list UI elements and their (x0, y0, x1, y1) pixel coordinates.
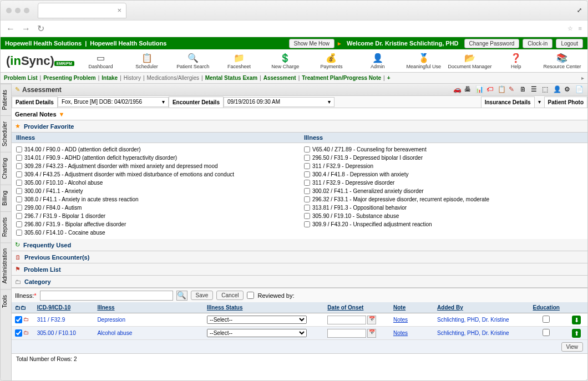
close-icon[interactable]: × (117, 6, 121, 14)
action-icon[interactable]: 📋 (498, 85, 506, 94)
col-note[interactable]: Note (390, 302, 434, 313)
reviewed-by-checkbox[interactable] (247, 292, 254, 299)
action-icon[interactable]: ⚙ (564, 85, 573, 94)
illness-checkbox[interactable] (16, 188, 22, 194)
star-icon[interactable]: ☆ (567, 25, 573, 32)
change-password-button[interactable]: Change Password (464, 39, 520, 48)
toolbar-patient-search[interactable]: 🔍Patient Search (170, 53, 216, 69)
row-checkbox[interactable] (15, 316, 22, 323)
provider-favorite-section[interactable]: ★ Provider Favorite (12, 120, 587, 133)
toolbar-scheduler[interactable]: 📋Scheduler (124, 53, 170, 69)
row-date-input[interactable] (327, 316, 366, 324)
frequently-used-section[interactable]: ↻ Frequently Used (12, 239, 587, 251)
action-icon[interactable]: ☰ (531, 85, 540, 94)
row-checkbox[interactable] (15, 329, 22, 337)
forward-icon[interactable]: → (22, 24, 31, 34)
illness-checkbox[interactable] (304, 213, 310, 219)
action-icon[interactable]: 🖶 (464, 85, 473, 94)
illness-checkbox[interactable] (16, 221, 22, 227)
illness-checkbox[interactable] (304, 196, 310, 202)
illness-checkbox[interactable] (16, 205, 22, 211)
logout-button[interactable]: Logout (556, 39, 583, 48)
subnav-intake[interactable]: Intake (102, 75, 118, 81)
side-tab-patients[interactable]: Patients (1, 84, 11, 115)
illness-checkbox[interactable] (304, 155, 310, 161)
illness-checkbox[interactable] (304, 188, 310, 194)
side-tab-reports[interactable]: Reports (1, 211, 11, 242)
row-date-input[interactable] (327, 329, 366, 338)
col-illness[interactable]: Illness (94, 302, 204, 313)
illness-checkbox[interactable] (16, 213, 22, 219)
nav-scroll-right-icon[interactable]: ▸ (581, 75, 584, 81)
problem-list-section[interactable]: ⚑ Problem List (12, 263, 587, 276)
row-icd[interactable]: 305.00 / F10.10 (34, 329, 94, 337)
side-tab-administration[interactable]: Administration (1, 242, 11, 289)
insurance-details-tab[interactable]: Insurance Details (481, 96, 535, 108)
row-education-checkbox[interactable] (543, 316, 550, 323)
col-education[interactable]: Education (527, 302, 565, 313)
illness-checkbox[interactable] (304, 146, 310, 153)
illness-checkbox[interactable] (16, 180, 22, 186)
reload-icon[interactable]: ↻ (37, 23, 44, 34)
row-status-select[interactable]: --Select-- (207, 316, 307, 324)
side-tab-billing[interactable]: Billing (1, 185, 11, 211)
subnav-presenting-problem[interactable]: Presenting Problem (43, 75, 95, 81)
toolbar-payments[interactable]: 💰Payments (308, 53, 354, 69)
clock-in-button[interactable]: Clock-in (523, 39, 552, 48)
subnav-problem-list[interactable]: Problem List (4, 75, 38, 81)
illness-checkbox[interactable] (16, 163, 22, 169)
patient-details-value[interactable]: Fox, Bruce [M] DOB: 04/02/1956▾ (58, 97, 169, 107)
illness-checkbox[interactable] (304, 205, 310, 211)
side-tab-scheduler[interactable]: Scheduler (1, 115, 11, 152)
col-date[interactable]: Date of Onset (324, 302, 390, 313)
illness-checkbox[interactable] (16, 230, 22, 236)
window-dot[interactable] (15, 8, 21, 13)
illness-checkbox[interactable] (304, 163, 310, 169)
row-icon[interactable]: 🗀 (23, 316, 29, 323)
col-icd[interactable]: ICD-9/ICD-10 (34, 302, 94, 313)
patient-photo-tab[interactable]: Patient Photo (544, 96, 587, 108)
menu-icon[interactable]: ≡ (579, 25, 582, 32)
action-icon[interactable]: 👤 (553, 85, 562, 94)
view-button[interactable]: View (561, 342, 584, 352)
illness-checkbox[interactable] (16, 196, 22, 202)
toolbar-resource-center[interactable]: 📚Resource Center (539, 53, 585, 69)
subnav-assessment[interactable]: Assessment (263, 75, 296, 81)
encounter-details-tab[interactable]: Encounter Details (169, 96, 224, 108)
action-icon[interactable]: ⬚ (542, 85, 551, 94)
subnav-history[interactable]: History (124, 75, 141, 81)
row-illness[interactable]: Depression (94, 316, 204, 324)
toolbar-dashboard[interactable]: ▭Dashboard (78, 53, 124, 69)
subnav-medications-allergies[interactable]: Medications/Allergies (147, 75, 200, 81)
subnav-mental-status-exam[interactable]: Mental Status Exam (205, 75, 257, 81)
illness-checkbox[interactable] (16, 155, 22, 161)
browser-tab[interactable]: × (38, 3, 126, 18)
row-icon[interactable]: 🗀 (23, 329, 29, 337)
row-icd[interactable]: 311 / F32.9 (34, 316, 94, 324)
illness-checkbox[interactable] (16, 146, 22, 153)
row-illness[interactable]: Alcohol abuse (94, 329, 204, 337)
search-button[interactable]: 🔍 (176, 291, 187, 301)
calendar-icon[interactable]: 📅 (367, 329, 376, 338)
general-notes-section[interactable]: General Notes▼ (12, 108, 587, 120)
window-dot[interactable] (6, 8, 12, 13)
illness-checkbox[interactable] (304, 180, 310, 186)
action-icon[interactable]: 🚗 (453, 85, 462, 94)
action-icon[interactable]: ✎ (509, 85, 518, 94)
illness-checkbox[interactable] (304, 171, 310, 177)
cancel-button[interactable]: Cancel (216, 291, 244, 300)
action-icon[interactable]: 📄 (575, 85, 584, 94)
illness-search-input[interactable] (40, 291, 173, 301)
row-action-icon[interactable]: ⬆ (572, 329, 581, 338)
side-tab-tools[interactable]: Tools (1, 289, 11, 313)
patient-details-tab[interactable]: Patient Details (12, 96, 58, 108)
category-section[interactable]: 🗀 Category (12, 276, 587, 288)
toolbar-new-charge[interactable]: 💲New Charge (262, 53, 308, 69)
illness-checkbox[interactable] (304, 221, 310, 227)
illness-checkbox[interactable] (16, 171, 22, 177)
col-added[interactable]: Added By (434, 302, 527, 313)
toolbar-help[interactable]: ❓Help (493, 53, 539, 69)
save-button[interactable]: Save (191, 291, 214, 300)
row-notes-link[interactable]: Notes (390, 329, 434, 337)
toolbar-facesheet[interactable]: 📁Facesheet (216, 53, 262, 69)
